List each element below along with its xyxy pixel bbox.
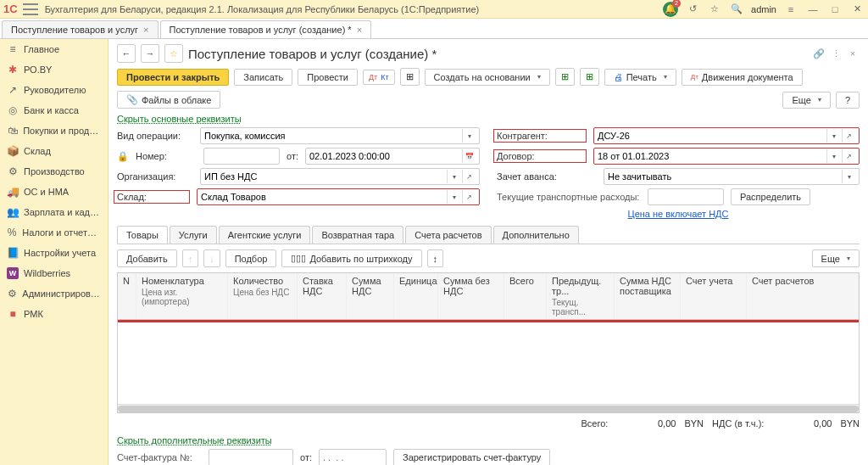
hamburger-icon[interactable] (23, 3, 38, 15)
dropdown-icon[interactable]: ▾ (462, 129, 476, 143)
close-window-icon[interactable]: ✕ (849, 2, 865, 17)
dropdown-icon[interactable]: ▾ (826, 149, 840, 163)
col-vat-rate[interactable]: Ставка НДС (298, 273, 347, 319)
create-based-button[interactable]: Создать на основании (425, 69, 550, 86)
close-icon[interactable]: × (143, 25, 148, 35)
hide-main-link[interactable]: Скрыть основные реквизиты (117, 114, 242, 124)
counterparty-field[interactable]: ▾ ↗ (593, 127, 860, 144)
nav-forward-button[interactable]: → (141, 44, 159, 63)
more-button[interactable]: Еще (812, 249, 860, 267)
sidebar-item-rmk[interactable]: ■РМК (0, 304, 108, 324)
cloud-files-button[interactable]: 📎Файлы в облаке (117, 91, 220, 109)
pick-button[interactable]: Подбор (225, 249, 277, 267)
movements-button[interactable]: ДтДвижения документа (682, 69, 803, 86)
sidebar-item-admin[interactable]: ⚙Администрирование (0, 283, 108, 304)
nav-back-button[interactable]: ← (117, 44, 136, 63)
move-up-button[interactable]: ↑ (182, 249, 199, 267)
col-sum-novat[interactable]: Сумма без НДС (438, 273, 504, 319)
sidebar-item-wildberries[interactable]: WWildberries (0, 263, 108, 283)
sidebar-item-salary[interactable]: 👥Зарплата и кадры (0, 202, 108, 222)
tab-settlement[interactable]: Счета расчетов (405, 226, 491, 244)
dropdown-icon[interactable]: ▾ (447, 190, 460, 204)
close-icon[interactable]: × (357, 25, 362, 35)
more-button[interactable]: Еще (782, 92, 830, 109)
minimize-icon[interactable]: — (805, 2, 821, 17)
maximize-icon[interactable]: □ (827, 2, 843, 17)
excel2-button[interactable]: ⊞ (580, 68, 599, 86)
number-field[interactable] (203, 148, 280, 165)
operation-field[interactable]: ▾ (200, 127, 480, 144)
col-unit[interactable]: Единица (394, 273, 438, 319)
sidebar-item-main[interactable]: ≡Главное (0, 39, 108, 59)
sidebar-item-assets[interactable]: 🚚ОС и НМА (0, 182, 108, 202)
distribute-button[interactable]: Распределить (731, 188, 810, 205)
invoice-date-field[interactable]: 📅 (319, 449, 387, 465)
sidebar-item-roby[interactable]: ✱РО.BY (0, 59, 108, 80)
advance-field[interactable]: ▾ (604, 168, 860, 185)
tab-services[interactable]: Услуги (170, 226, 217, 244)
dropdown-icon[interactable]: ▾ (842, 170, 855, 183)
sidebar-item-bank[interactable]: ◎Банк и касса (0, 100, 108, 120)
warehouse-field[interactable]: ▾ ↗ (197, 188, 480, 205)
open-icon[interactable]: ↗ (462, 170, 476, 183)
structure-button[interactable]: ⊞ (400, 68, 420, 86)
calendar-icon[interactable]: 📅 (462, 149, 476, 163)
col-qty[interactable]: КоличествоЦена без НДС (228, 273, 298, 319)
dropdown-icon[interactable]: ▾ (826, 129, 840, 143)
move-down-button[interactable]: ↓ (203, 249, 220, 267)
sidebar-item-taxes[interactable]: %Налоги и отчетность (0, 222, 108, 243)
invoice-num-field[interactable] (209, 449, 293, 465)
open-icon[interactable]: ↗ (842, 129, 855, 143)
register-invoice-button[interactable]: Зарегистрировать счет-фактуру (393, 449, 550, 465)
pin-icon[interactable]: ⋮ (829, 47, 843, 60)
col-account[interactable]: Счет учета (681, 273, 747, 319)
save-button[interactable]: Записать (234, 69, 292, 86)
dropdown-icon[interactable]: ▾ (447, 170, 460, 183)
tab-document-list[interactable]: Поступление товаров и услуг× (2, 20, 159, 38)
col-prev-transp[interactable]: Предыдущ. тр...Текущ. трансп... (547, 273, 615, 319)
contract-field[interactable]: ▾ ↗ (593, 148, 860, 165)
post-and-close-button[interactable]: Провести и закрыть (117, 69, 229, 86)
sidebar-item-production[interactable]: ⚙Производство (0, 161, 108, 182)
add-row-button[interactable]: Добавить (117, 249, 177, 267)
tab-goods[interactable]: Товары (117, 226, 168, 244)
settings-icon[interactable]: ≡ (783, 2, 798, 17)
tab-document-create[interactable]: Поступление товаров и услуг (создание) *… (160, 20, 372, 38)
horizontal-scrollbar[interactable] (118, 404, 859, 412)
sidebar-item-warehouse[interactable]: 📦Склад (0, 141, 108, 161)
col-supplier-vat[interactable]: Сумма НДС поставщика (615, 273, 681, 319)
star-icon[interactable]: ☆ (707, 2, 722, 17)
col-total[interactable]: Всего (504, 273, 547, 319)
hide-extra-link[interactable]: Скрыть дополнительные реквизиты (117, 435, 272, 445)
close-content-icon[interactable]: × (846, 47, 860, 60)
excel-button[interactable]: ⊞ (555, 68, 575, 86)
grid-action-button[interactable]: ↕ (427, 249, 444, 267)
col-vat-sum[interactable]: Сумма НДС (347, 273, 394, 319)
grid-body[interactable] (118, 322, 859, 404)
tab-returnable[interactable]: Возвратная тара (312, 226, 403, 244)
transport-field[interactable]: 🖩 (648, 188, 724, 205)
open-icon[interactable]: ↗ (842, 149, 855, 163)
link-icon[interactable]: 🔗 (812, 47, 826, 60)
dt-kt-button[interactable]: ДтКт (363, 70, 395, 85)
tab-additional[interactable]: Дополнительно (493, 226, 579, 244)
tab-agent[interactable]: Агентские услуги (219, 226, 311, 244)
favorite-button[interactable]: ☆ (164, 44, 183, 63)
help-button[interactable]: ? (836, 92, 860, 109)
col-nomenclature[interactable]: НоменклатураЦена изг. (импортера) (136, 273, 228, 319)
barcode-button[interactable]: ▯▯▯Добавить по штрихкоду (281, 249, 421, 267)
sidebar-item-purchases[interactable]: 🛍Покупки и продажи (0, 120, 108, 141)
price-vat-link[interactable]: Цена не включает НДС (628, 209, 729, 219)
sidebar-item-settings[interactable]: 📘Настройки учета (0, 243, 108, 263)
notification-bell-icon[interactable]: 🔔2 (663, 2, 678, 17)
date-field[interactable]: 📅 (305, 148, 480, 165)
col-n[interactable]: N (118, 273, 136, 319)
history-icon[interactable]: ↺ (685, 2, 700, 17)
post-button[interactable]: Провести (298, 69, 358, 86)
open-icon[interactable]: ↗ (462, 190, 476, 204)
col-settlement-account[interactable]: Счет расчетов (747, 273, 859, 319)
org-field[interactable]: ▾ ↗ (200, 168, 480, 185)
print-button[interactable]: 🖨Печать (604, 69, 676, 86)
search-icon[interactable]: 🔍 (729, 2, 744, 17)
sidebar-item-manager[interactable]: ↗Руководителю (0, 80, 108, 100)
